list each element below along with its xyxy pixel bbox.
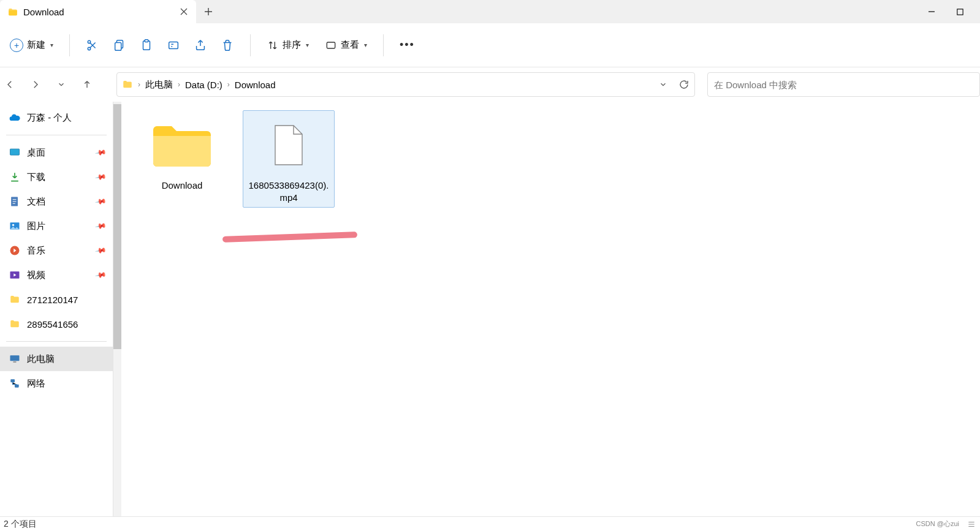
refresh-button[interactable]: [678, 79, 689, 90]
breadcrumb-item[interactable]: Data (D:): [185, 80, 222, 90]
sidebar-item-label: 图片: [27, 220, 45, 232]
network-icon: [9, 377, 21, 390]
details-pane-button[interactable]: [967, 520, 976, 529]
cloud-icon: [9, 111, 21, 124]
pin-icon: 📌: [94, 171, 107, 183]
pictures-icon: [9, 220, 21, 232]
window-controls: [925, 0, 980, 23]
breadcrumb-bar[interactable]: › 此电脑 › Data (D:) › Download: [116, 72, 695, 97]
svg-rect-19: [15, 385, 19, 388]
sidebar-item-this-pc[interactable]: 此电脑: [0, 347, 113, 371]
sort-label: 排序: [283, 39, 301, 51]
new-tab-button[interactable]: [196, 0, 221, 23]
videos-icon: [9, 269, 21, 281]
scissors-icon: [86, 39, 99, 52]
item-name: Download: [162, 179, 203, 192]
pin-icon: 📌: [94, 244, 107, 257]
chevron-down-icon: ▾: [50, 42, 53, 48]
sidebar-item-label: 桌面: [27, 147, 45, 159]
sidebar-item-network[interactable]: 网络: [0, 371, 113, 396]
computer-icon: [9, 353, 21, 365]
forward-button[interactable]: [28, 77, 43, 92]
sidebar-item-onedrive[interactable]: 万森 - 个人: [0, 105, 113, 130]
paste-button[interactable]: [134, 33, 159, 58]
new-button-label: 新建: [27, 39, 45, 51]
file-item[interactable]: 1680533869423(0).mp4: [243, 110, 335, 208]
sidebar-item-label: 音乐: [27, 245, 45, 257]
sidebar-item-label: 2895541656: [27, 319, 78, 330]
sidebar-item-label: 视频: [27, 269, 45, 281]
sidebar-item-downloads[interactable]: 下载 📌: [0, 165, 113, 189]
toolbar-separator: [383, 34, 384, 56]
svg-rect-18: [10, 379, 15, 382]
copy-icon: [113, 39, 126, 52]
sidebar-item-videos[interactable]: 视频 📌: [0, 263, 113, 287]
music-icon: [9, 244, 21, 257]
sidebar-scrollbar[interactable]: [113, 102, 121, 516]
close-tab-button[interactable]: [179, 7, 189, 17]
more-button[interactable]: •••: [393, 33, 421, 58]
folder-icon: [7, 7, 17, 17]
sidebar-item-desktop[interactable]: 桌面 📌: [0, 140, 113, 165]
new-button[interactable]: + 新建 ▾: [4, 33, 59, 58]
share-icon: [194, 39, 207, 52]
folder-icon: [9, 318, 21, 330]
toolbar: + 新建 ▾ 排序 ▾ 查看 ▾ •••: [0, 23, 980, 67]
svg-rect-0: [957, 9, 962, 14]
search-box[interactable]: [707, 72, 980, 97]
folder-large-icon: [145, 115, 219, 176]
folder-icon: [9, 293, 21, 306]
sidebar-item-label: 下载: [27, 171, 45, 183]
pin-icon: 📌: [94, 220, 107, 232]
sidebar-item-label: 2712120147: [27, 295, 78, 305]
sidebar-item-music[interactable]: 音乐 📌: [0, 238, 113, 263]
sidebar-item-pictures[interactable]: 图片 📌: [0, 214, 113, 238]
sidebar-item-folder[interactable]: 2712120147: [0, 287, 113, 312]
sort-icon: [267, 39, 279, 51]
desktop-icon: [9, 146, 21, 159]
chevron-down-icon: ▾: [306, 42, 309, 48]
title-bar: Download: [0, 0, 980, 23]
sort-button[interactable]: 排序 ▾: [260, 33, 315, 58]
sidebar-item-label: 万森 - 个人: [27, 112, 72, 124]
share-button[interactable]: [188, 33, 213, 58]
search-input[interactable]: [714, 80, 973, 90]
file-large-icon: [252, 115, 325, 176]
pin-icon: 📌: [94, 146, 107, 159]
rename-icon: [167, 39, 180, 52]
view-button[interactable]: 查看 ▾: [319, 33, 373, 58]
paste-icon: [140, 39, 153, 52]
toolbar-separator: [250, 34, 251, 56]
maximize-button[interactable]: [953, 5, 967, 18]
breadcrumb-item[interactable]: Download: [235, 80, 276, 90]
up-button[interactable]: [80, 77, 94, 92]
history-dropdown-button[interactable]: [659, 80, 667, 89]
svg-rect-16: [10, 355, 20, 361]
toolbar-separator: [69, 34, 70, 56]
minimize-button[interactable]: [925, 5, 938, 18]
sidebar-item-label: 文档: [27, 196, 45, 208]
back-button[interactable]: [2, 77, 17, 92]
sidebar-item-folder[interactable]: 2895541656: [0, 312, 113, 336]
cut-button[interactable]: [80, 33, 105, 58]
folder-icon: [122, 79, 133, 90]
copy-button[interactable]: [107, 33, 132, 58]
navigation-pane: 万森 - 个人 桌面 📌 下载 📌 文档 📌 图片 📌 音乐 📌: [0, 102, 113, 516]
sidebar-item-documents[interactable]: 文档 📌: [0, 189, 113, 214]
status-bar: 2 个项目 CSDN @心zui: [0, 516, 980, 531]
item-name: 1680533869423(0).mp4: [247, 179, 330, 203]
breadcrumb-separator: ›: [178, 80, 180, 89]
svg-rect-17: [13, 361, 17, 363]
documents-icon: [9, 195, 21, 208]
svg-rect-6: [145, 39, 148, 42]
window-tab[interactable]: Download: [0, 0, 196, 23]
recent-locations-button[interactable]: [54, 77, 69, 92]
item-count: 2 个项目: [4, 519, 37, 530]
svg-rect-4: [115, 42, 121, 50]
breadcrumb-separator: ›: [227, 80, 230, 89]
folder-item[interactable]: Download: [136, 110, 228, 196]
file-list-area[interactable]: Download 1680533869423(0).mp4: [121, 102, 980, 516]
rename-button[interactable]: [161, 33, 186, 58]
delete-button[interactable]: [215, 33, 240, 58]
breadcrumb-item[interactable]: 此电脑: [145, 79, 173, 91]
